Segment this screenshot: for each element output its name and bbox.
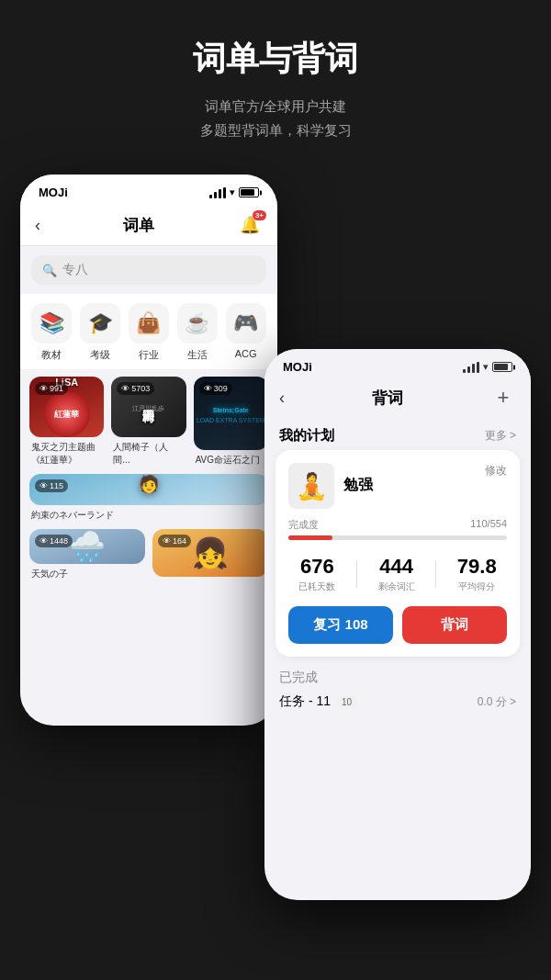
stat-value-score: 79.8: [457, 555, 497, 579]
eye-icon: 👁: [204, 384, 212, 393]
nav-bar-right: ‹ 背词 +: [264, 379, 531, 420]
page-header: 词单与背词 词单官方/全球用户共建 多题型背词单，科学复习: [0, 0, 551, 156]
search-bar[interactable]: 🔍 专八: [31, 255, 266, 285]
completed-section: 已完成 任务 - 11 10 0.0 分 >: [264, 666, 531, 714]
stat-value-days: 676: [300, 555, 334, 579]
plan-name: 勉强: [343, 476, 373, 495]
word-row-2: 👁 115 🧑 約束のネバーランド: [29, 474, 268, 522]
card-cloud[interactable]: 👁 115 🧑: [29, 474, 268, 505]
status-icons-left: ▾: [209, 186, 259, 198]
category-jiaocai[interactable]: 📚 教材: [31, 303, 72, 362]
card-rain[interactable]: 👁 1448 🌧️: [29, 529, 145, 564]
page-title: 词单与背词: [18, 37, 533, 82]
status-icons-right: ▾: [463, 361, 512, 373]
progress-label: 完成度 110/554: [288, 518, 507, 532]
app-name-left: MOJi: [39, 186, 68, 199]
progress-bar-wrapper: 完成度 110/554: [288, 518, 507, 540]
wifi-icon: ▾: [230, 186, 235, 198]
card-lisa[interactable]: 👁 991 LiSA 紅蓮華: [29, 377, 104, 437]
card-manga[interactable]: 👁 5703 人間椅子 江戸川乱歩: [111, 377, 186, 437]
search-icon: 🔍: [42, 264, 57, 277]
eye-icon: 👁: [39, 481, 48, 490]
study-button[interactable]: 背词: [402, 606, 507, 644]
eye-icon: 👁: [121, 384, 129, 393]
search-input[interactable]: 专八: [62, 262, 88, 278]
card-title-lisa: 鬼灭之刃主题曲《紅蓮華》: [29, 441, 104, 467]
stat-label-score: 平均得分: [458, 580, 495, 593]
eye-icon: 👁: [39, 536, 48, 546]
phones-container: MOJi ▾ ‹ 词单 🔔 3+: [0, 156, 551, 900]
plan-stats: 676 已耗天数 444 剩余词汇 79.8 平均得分: [288, 546, 507, 606]
hangye-icon: 👜: [129, 303, 169, 344]
app-name-right: MOJi: [283, 360, 312, 374]
category-label: 行业: [139, 348, 159, 362]
completed-item: 任务 - 11 10 0.0 分 >: [279, 693, 516, 710]
category-shenghuo[interactable]: ☕ 生活: [177, 303, 218, 362]
completed-score: 0.0 分 >: [478, 694, 516, 710]
card-girl[interactable]: 👁 164 👧: [152, 529, 268, 577]
status-bar-left: MOJi ▾: [20, 175, 277, 205]
word-row-1: 👁 991 LiSA 紅蓮華 鬼灭之刃主题曲《紅蓮華》: [29, 377, 268, 467]
completed-title: 已完成: [279, 670, 516, 686]
plan-actions: 复习 108 背词: [288, 606, 507, 644]
more-link[interactable]: 更多 >: [485, 428, 516, 444]
back-icon[interactable]: ‹: [35, 216, 40, 235]
view-count: 👁 309: [199, 382, 232, 395]
signal-icon-right: [463, 362, 479, 373]
add-button[interactable]: +: [490, 385, 516, 411]
nav-bar-left: ‹ 词单 🔔 3+: [20, 205, 277, 246]
stat-score: 79.8 平均得分: [457, 555, 497, 593]
my-plan-header: 我的计划 更多 >: [264, 420, 531, 450]
view-count: 👁 991: [35, 382, 68, 395]
eye-icon: 👁: [163, 536, 171, 546]
view-count: 👁 164: [158, 535, 191, 547]
acg-icon: 🎮: [226, 303, 266, 344]
category-kaoji[interactable]: 🎓 考级: [80, 303, 120, 362]
card-title-cloud: 約束のネバーランド: [29, 509, 268, 522]
completed-badge: 10: [336, 695, 357, 709]
battery-icon-right: [492, 362, 512, 372]
category-acg[interactable]: 🎮 ACG: [226, 303, 266, 362]
wifi-icon-right: ▾: [483, 361, 489, 373]
category-label: 考级: [90, 348, 110, 362]
view-count: 👁 5703: [117, 382, 154, 395]
card-title-rain: 天気の子: [29, 568, 145, 580]
stat-days: 676 已耗天数: [298, 555, 335, 593]
stat-words: 444 剩余词汇: [378, 555, 415, 593]
stat-label-days: 已耗天数: [298, 580, 335, 593]
plan-edit-button[interactable]: 修改: [485, 463, 507, 479]
category-label: 生活: [187, 348, 208, 362]
sg-text: Steins;Gate: [209, 403, 253, 417]
back-icon-right[interactable]: ‹: [279, 389, 285, 408]
plan-card-left: 🧘 勉强: [288, 463, 373, 509]
my-plan-title: 我的计划: [279, 427, 334, 445]
phone-left: MOJi ▾ ‹ 词单 🔔 3+: [20, 175, 277, 726]
stat-divider-2: [435, 560, 436, 588]
signal-icon: [209, 187, 226, 198]
category-label: 教材: [41, 348, 62, 362]
view-count: 👁 1448: [35, 535, 73, 547]
nav-title-left: 词单: [123, 215, 154, 236]
kaoji-icon: 🎓: [80, 303, 120, 344]
plan-card-top: 🧘 勉强 修改: [288, 463, 507, 509]
review-button[interactable]: 复习 108: [288, 606, 393, 644]
card-title-sg: AVG命运石之门: [194, 454, 268, 467]
shenghuo-icon: ☕: [177, 303, 218, 344]
jiaocai-icon: 📚: [31, 303, 72, 344]
phone-right: MOJi ▾ ‹ 背词 + 我的计划 更多 >: [264, 349, 531, 900]
word-row-3: 👁 1448 🌧️ 天気の子 👁 164: [29, 529, 268, 580]
categories: 📚 教材 🎓 考级 👜 行业 ☕ 生活 🎮 ACG: [20, 294, 277, 369]
progress-bar-fill: [288, 535, 332, 540]
card-title-manga: 人間椅子（人間...: [111, 441, 186, 467]
card-sg[interactable]: 👁 309 Steins;Gate LOAD EXTRA SYSTEM: [194, 377, 268, 450]
notification-bell[interactable]: 🔔 3+: [237, 212, 263, 238]
stat-label-words: 剩余词汇: [378, 580, 415, 593]
category-hangye[interactable]: 👜 行业: [129, 303, 169, 362]
stat-divider-1: [356, 560, 357, 588]
eye-icon: 👁: [39, 384, 48, 393]
bell-badge: 3+: [253, 210, 266, 220]
word-list: 👁 991 LiSA 紅蓮華 鬼灭之刃主题曲《紅蓮華》: [20, 377, 277, 588]
stat-value-words: 444: [379, 555, 413, 579]
plan-card: 🧘 勉强 修改 完成度 110/554: [276, 450, 520, 657]
plan-info: 勉强: [343, 476, 373, 497]
